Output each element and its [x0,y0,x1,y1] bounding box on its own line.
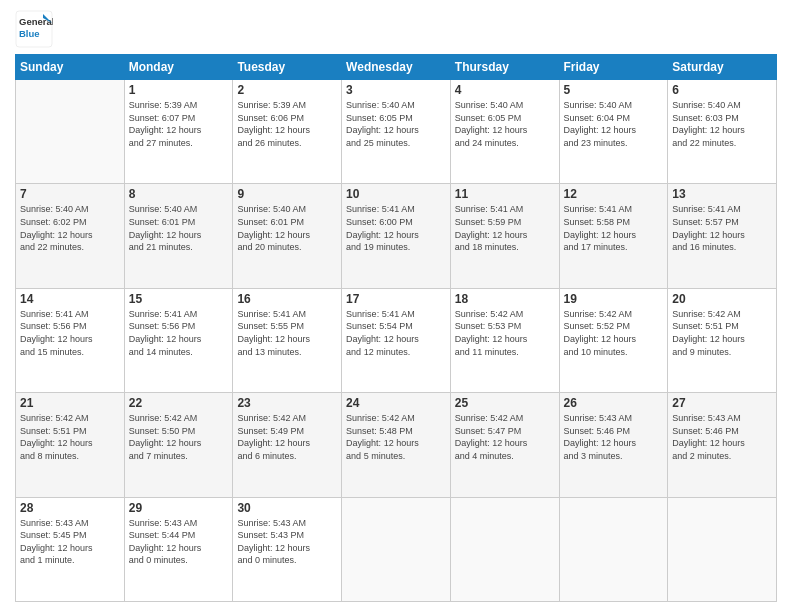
calendar-col-friday: Friday [559,55,668,80]
calendar-cell: 28Sunrise: 5:43 AM Sunset: 5:45 PM Dayli… [16,497,125,601]
calendar-cell [342,497,451,601]
day-number: 11 [455,187,555,201]
page: General Blue SundayMondayTuesdayWednesda… [0,0,792,612]
calendar-table: SundayMondayTuesdayWednesdayThursdayFrid… [15,54,777,602]
day-number: 23 [237,396,337,410]
day-number: 20 [672,292,772,306]
calendar-cell: 26Sunrise: 5:43 AM Sunset: 5:46 PM Dayli… [559,393,668,497]
day-info: Sunrise: 5:41 AM Sunset: 5:56 PM Dayligh… [129,308,229,358]
calendar-cell: 11Sunrise: 5:41 AM Sunset: 5:59 PM Dayli… [450,184,559,288]
calendar-cell: 3Sunrise: 5:40 AM Sunset: 6:05 PM Daylig… [342,80,451,184]
calendar-cell: 2Sunrise: 5:39 AM Sunset: 6:06 PM Daylig… [233,80,342,184]
calendar-cell: 4Sunrise: 5:40 AM Sunset: 6:05 PM Daylig… [450,80,559,184]
calendar-week-4: 21Sunrise: 5:42 AM Sunset: 5:51 PM Dayli… [16,393,777,497]
day-number: 24 [346,396,446,410]
calendar-cell: 10Sunrise: 5:41 AM Sunset: 6:00 PM Dayli… [342,184,451,288]
day-number: 5 [564,83,664,97]
day-number: 16 [237,292,337,306]
logo-svg: General Blue [15,10,53,48]
calendar-cell: 15Sunrise: 5:41 AM Sunset: 5:56 PM Dayli… [124,288,233,392]
day-info: Sunrise: 5:42 AM Sunset: 5:51 PM Dayligh… [20,412,120,462]
calendar-cell: 18Sunrise: 5:42 AM Sunset: 5:53 PM Dayli… [450,288,559,392]
day-info: Sunrise: 5:43 AM Sunset: 5:45 PM Dayligh… [20,517,120,567]
calendar-col-saturday: Saturday [668,55,777,80]
day-info: Sunrise: 5:40 AM Sunset: 6:04 PM Dayligh… [564,99,664,149]
day-number: 27 [672,396,772,410]
calendar-cell: 6Sunrise: 5:40 AM Sunset: 6:03 PM Daylig… [668,80,777,184]
day-info: Sunrise: 5:41 AM Sunset: 5:59 PM Dayligh… [455,203,555,253]
day-info: Sunrise: 5:41 AM Sunset: 5:55 PM Dayligh… [237,308,337,358]
day-info: Sunrise: 5:43 AM Sunset: 5:46 PM Dayligh… [564,412,664,462]
calendar-col-monday: Monday [124,55,233,80]
day-number: 6 [672,83,772,97]
svg-text:General: General [19,16,53,27]
day-info: Sunrise: 5:42 AM Sunset: 5:51 PM Dayligh… [672,308,772,358]
calendar-cell: 5Sunrise: 5:40 AM Sunset: 6:04 PM Daylig… [559,80,668,184]
day-number: 29 [129,501,229,515]
calendar-cell [16,80,125,184]
calendar-cell: 20Sunrise: 5:42 AM Sunset: 5:51 PM Dayli… [668,288,777,392]
day-number: 30 [237,501,337,515]
calendar-cell: 25Sunrise: 5:42 AM Sunset: 5:47 PM Dayli… [450,393,559,497]
day-number: 10 [346,187,446,201]
calendar-cell: 19Sunrise: 5:42 AM Sunset: 5:52 PM Dayli… [559,288,668,392]
day-info: Sunrise: 5:40 AM Sunset: 6:05 PM Dayligh… [346,99,446,149]
calendar-week-2: 7Sunrise: 5:40 AM Sunset: 6:02 PM Daylig… [16,184,777,288]
day-number: 18 [455,292,555,306]
calendar-cell: 14Sunrise: 5:41 AM Sunset: 5:56 PM Dayli… [16,288,125,392]
calendar-col-thursday: Thursday [450,55,559,80]
day-number: 9 [237,187,337,201]
day-info: Sunrise: 5:41 AM Sunset: 5:58 PM Dayligh… [564,203,664,253]
day-number: 13 [672,187,772,201]
day-info: Sunrise: 5:39 AM Sunset: 6:06 PM Dayligh… [237,99,337,149]
day-info: Sunrise: 5:41 AM Sunset: 5:54 PM Dayligh… [346,308,446,358]
calendar-cell [559,497,668,601]
calendar-cell: 22Sunrise: 5:42 AM Sunset: 5:50 PM Dayli… [124,393,233,497]
calendar-cell: 9Sunrise: 5:40 AM Sunset: 6:01 PM Daylig… [233,184,342,288]
day-number: 2 [237,83,337,97]
calendar-cell: 21Sunrise: 5:42 AM Sunset: 5:51 PM Dayli… [16,393,125,497]
day-info: Sunrise: 5:42 AM Sunset: 5:52 PM Dayligh… [564,308,664,358]
calendar-cell: 7Sunrise: 5:40 AM Sunset: 6:02 PM Daylig… [16,184,125,288]
day-number: 19 [564,292,664,306]
day-info: Sunrise: 5:43 AM Sunset: 5:44 PM Dayligh… [129,517,229,567]
day-info: Sunrise: 5:43 AM Sunset: 5:43 PM Dayligh… [237,517,337,567]
header: General Blue [15,10,777,48]
calendar-header-row: SundayMondayTuesdayWednesdayThursdayFrid… [16,55,777,80]
calendar-cell: 16Sunrise: 5:41 AM Sunset: 5:55 PM Dayli… [233,288,342,392]
calendar-col-wednesday: Wednesday [342,55,451,80]
day-info: Sunrise: 5:41 AM Sunset: 5:57 PM Dayligh… [672,203,772,253]
day-info: Sunrise: 5:42 AM Sunset: 5:49 PM Dayligh… [237,412,337,462]
day-number: 3 [346,83,446,97]
day-info: Sunrise: 5:42 AM Sunset: 5:47 PM Dayligh… [455,412,555,462]
day-number: 17 [346,292,446,306]
day-info: Sunrise: 5:42 AM Sunset: 5:53 PM Dayligh… [455,308,555,358]
day-number: 7 [20,187,120,201]
day-number: 15 [129,292,229,306]
calendar-cell [668,497,777,601]
day-number: 22 [129,396,229,410]
day-number: 28 [20,501,120,515]
calendar-cell: 17Sunrise: 5:41 AM Sunset: 5:54 PM Dayli… [342,288,451,392]
day-number: 1 [129,83,229,97]
day-number: 8 [129,187,229,201]
calendar-cell: 30Sunrise: 5:43 AM Sunset: 5:43 PM Dayli… [233,497,342,601]
calendar-cell: 27Sunrise: 5:43 AM Sunset: 5:46 PM Dayli… [668,393,777,497]
day-info: Sunrise: 5:40 AM Sunset: 6:01 PM Dayligh… [129,203,229,253]
calendar-cell: 8Sunrise: 5:40 AM Sunset: 6:01 PM Daylig… [124,184,233,288]
calendar-cell [450,497,559,601]
calendar-week-5: 28Sunrise: 5:43 AM Sunset: 5:45 PM Dayli… [16,497,777,601]
calendar-cell: 23Sunrise: 5:42 AM Sunset: 5:49 PM Dayli… [233,393,342,497]
day-info: Sunrise: 5:40 AM Sunset: 6:05 PM Dayligh… [455,99,555,149]
day-info: Sunrise: 5:42 AM Sunset: 5:48 PM Dayligh… [346,412,446,462]
day-info: Sunrise: 5:40 AM Sunset: 6:03 PM Dayligh… [672,99,772,149]
calendar-col-tuesday: Tuesday [233,55,342,80]
day-number: 25 [455,396,555,410]
day-number: 12 [564,187,664,201]
calendar-cell: 1Sunrise: 5:39 AM Sunset: 6:07 PM Daylig… [124,80,233,184]
day-info: Sunrise: 5:39 AM Sunset: 6:07 PM Dayligh… [129,99,229,149]
calendar-week-1: 1Sunrise: 5:39 AM Sunset: 6:07 PM Daylig… [16,80,777,184]
calendar-cell: 13Sunrise: 5:41 AM Sunset: 5:57 PM Dayli… [668,184,777,288]
day-number: 4 [455,83,555,97]
calendar-col-sunday: Sunday [16,55,125,80]
